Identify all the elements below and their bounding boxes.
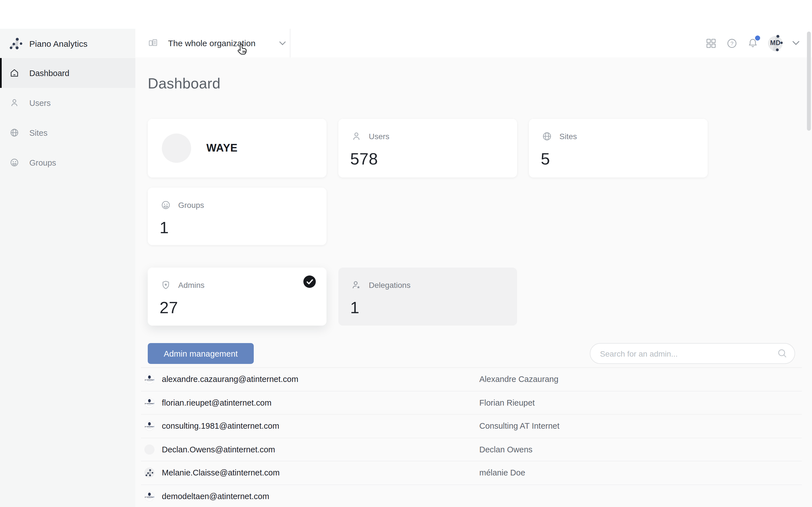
organization-name: WAYE <box>206 142 238 154</box>
admin-name: mélanie Doe <box>479 468 525 477</box>
sidebar-item-users[interactable]: Users <box>0 88 135 118</box>
group-face-icon <box>161 200 171 210</box>
groups-cards-row: Groups 1 <box>148 187 795 245</box>
piano-analytics-logo-icon <box>10 37 22 50</box>
card-label: Delegations <box>369 281 410 290</box>
notification-unread-dot <box>755 35 760 40</box>
svg-text:AT INTERNET: AT INTERNET <box>145 379 154 381</box>
admin-email: florian.rieupet@atinternet.com <box>162 398 271 407</box>
brand: Piano Analytics <box>0 29 135 58</box>
sidebar-item-label: Users <box>29 98 51 107</box>
admin-email: Melanie.Claisse@atinternet.com <box>162 468 280 477</box>
admin-list: AT INTERNET alexandre.cazaurang@atintern… <box>141 367 802 507</box>
user-star-icon <box>351 280 361 290</box>
organization-avatar <box>162 133 191 163</box>
brand-name: Piano Analytics <box>29 39 87 48</box>
svg-text:AT INTERNET: AT INTERNET <box>145 403 154 404</box>
topbar-divider <box>290 29 290 57</box>
globe-icon <box>10 128 19 137</box>
topbar-actions: ? MD <box>705 29 800 57</box>
svg-text:?: ? <box>730 40 733 46</box>
notifications-bell-icon[interactable] <box>747 38 758 49</box>
sidebar-nav: Dashboard Users Sites <box>0 58 135 177</box>
admin-email: demodeltaen@atinternet.com <box>162 492 269 501</box>
card-value: 27 <box>160 298 326 317</box>
sites-stat-card: Sites 5 <box>529 119 708 177</box>
user-avatar[interactable]: MD <box>768 36 783 50</box>
admin-search-input[interactable] <box>590 343 795 364</box>
atinternet-logo-avatar: AT INTERNET <box>144 374 154 385</box>
shield-star-icon <box>161 280 171 290</box>
admin-row[interactable]: AT INTERNET demodeltaen@atinternet.com <box>141 485 802 507</box>
avatar-logo-dot <box>776 48 779 51</box>
card-value: 5 <box>541 150 708 168</box>
sidebar-item-groups[interactable]: Groups <box>0 148 135 177</box>
atinternet-logo-avatar: AT INTERNET <box>144 491 154 501</box>
groups-stat-card: Groups 1 <box>148 187 326 245</box>
admin-cards-row: Admins 27 Delegations <box>148 268 795 326</box>
admin-name: Florian Rieupet <box>479 398 535 407</box>
card-label: Groups <box>178 201 204 210</box>
plain-avatar <box>144 445 154 455</box>
home-icon <box>10 68 19 78</box>
admin-management-button[interactable]: Admin management <box>148 343 254 364</box>
atinternet-logo-avatar: AT INTERNET <box>144 421 154 431</box>
admin-search <box>590 343 795 364</box>
overview-cards-row: WAYE Users 578 <box>148 119 795 177</box>
svg-text:AT INTERNET: AT INTERNET <box>145 496 154 498</box>
topbar: The whole organization ? <box>135 29 812 57</box>
main-content: Dashboard WAYE Users 578 <box>135 57 812 507</box>
chevron-down-icon <box>279 41 286 45</box>
help-icon[interactable]: ? <box>726 38 738 49</box>
sidebar-item-sites[interactable]: Sites <box>0 118 135 148</box>
user-icon <box>351 131 361 142</box>
globe-icon <box>542 131 552 142</box>
apps-grid-icon[interactable] <box>705 38 717 49</box>
admin-row[interactable]: AT INTERNET florian.rieupet@atinternet.c… <box>141 391 802 414</box>
card-value: 1 <box>160 219 326 237</box>
card-label: Sites <box>559 132 577 141</box>
card-value: 578 <box>350 150 517 168</box>
sidebar-item-label: Groups <box>29 158 56 167</box>
sidebar: Piano Analytics Dashboard Users <box>0 29 135 507</box>
piano-logo-avatar <box>144 468 154 478</box>
search-icon[interactable] <box>777 348 788 359</box>
admin-email: Declan.Owens@atinternet.com <box>162 445 275 454</box>
sidebar-item-dashboard[interactable]: Dashboard <box>0 58 135 88</box>
avatar-logo-dot <box>776 35 779 38</box>
organization-icon <box>148 38 158 48</box>
card-label: Admins <box>178 281 204 290</box>
admin-email: alexandre.cazaurang@atinternet.com <box>162 375 298 384</box>
group-face-icon <box>10 158 19 167</box>
app-window: Piano Analytics Dashboard Users <box>0 0 812 507</box>
page-title: Dashboard <box>148 74 795 93</box>
admin-email: consulting.1981@atinternet.com <box>162 421 279 431</box>
sidebar-item-label: Sites <box>29 128 48 137</box>
card-label: Users <box>369 132 389 141</box>
admin-name: Declan Owens <box>479 445 532 454</box>
admin-row[interactable]: AT INTERNET consulting.1981@atinternet.c… <box>141 414 802 438</box>
avatar-logo-dot <box>780 41 783 44</box>
admin-row[interactable]: Declan.Owens@atinternet.com Declan Owens <box>141 438 802 461</box>
atinternet-logo-avatar: AT INTERNET <box>144 398 154 408</box>
users-stat-card: Users 578 <box>338 119 517 177</box>
check-icon <box>306 279 313 285</box>
card-value: 1 <box>350 298 517 317</box>
admin-row[interactable]: AT INTERNET alexandre.cazaurang@atintern… <box>141 368 802 391</box>
admin-row[interactable]: Melanie.Claisse@atinternet.com mélanie D… <box>141 461 802 485</box>
vertical-scrollbar-thumb[interactable] <box>807 32 811 131</box>
admin-name: Alexandre Cazaurang <box>479 375 559 384</box>
chevron-down-icon[interactable] <box>792 41 800 46</box>
admins-card[interactable]: Admins 27 <box>148 268 326 326</box>
delegations-card[interactable]: Delegations 1 <box>338 268 517 326</box>
selected-check-badge <box>303 276 316 288</box>
sidebar-item-label: Dashboard <box>29 68 69 77</box>
svg-text:AT INTERNET: AT INTERNET <box>145 426 154 428</box>
admin-name: Consulting AT Internet <box>479 421 559 431</box>
org-selector-label: The whole organization <box>168 38 255 48</box>
admin-toolbar: Admin management <box>148 343 795 364</box>
organization-card: WAYE <box>148 119 326 177</box>
org-selector[interactable]: The whole organization <box>148 29 286 57</box>
user-icon <box>10 98 19 108</box>
